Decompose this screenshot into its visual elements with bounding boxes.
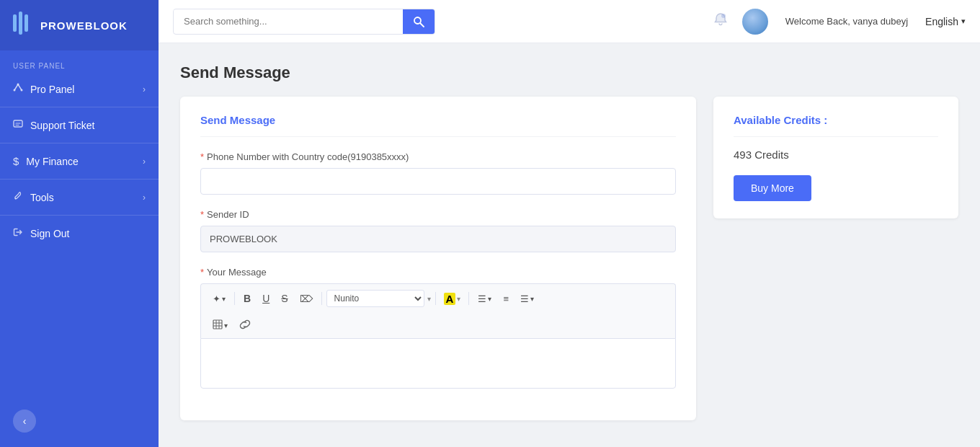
editor-toolbar-row1: ✦ ▾ B U S ⌦ Nunito Arial — [200, 283, 676, 313]
underline-button[interactable]: U — [258, 291, 274, 306]
align-button[interactable]: ☰ ▾ — [516, 291, 538, 306]
page-title: Send Message — [180, 63, 958, 82]
my-finance-chevron: › — [143, 156, 146, 167]
phone-required-star: * — [200, 151, 204, 162]
toolbar-sep-4 — [468, 292, 469, 305]
font-chevron-icon: ▾ — [427, 295, 431, 303]
divider-3 — [0, 179, 159, 180]
search-input[interactable] — [174, 10, 403, 32]
header: Welcome Back, vanya dubeyj English ▾ — [159, 0, 980, 43]
svg-point-10 — [721, 14, 726, 18]
link-button[interactable] — [235, 317, 255, 334]
svg-line-9 — [420, 23, 424, 27]
message-group: * Your Message ✦ ▾ B U S — [200, 267, 676, 389]
sidebar-item-my-finance[interactable]: $ My Finance › — [0, 146, 159, 176]
divider-2 — [0, 143, 159, 143]
user-panel-label: USER PANEL — [0, 50, 159, 74]
phone-group: * Phone Number with Country code(9190385… — [200, 151, 676, 195]
ul-chevron-icon: ▾ — [488, 295, 491, 303]
search-icon — [413, 16, 424, 27]
unordered-list-button[interactable]: ☰ ▾ — [473, 291, 496, 306]
ordered-list-button[interactable]: ≡ — [499, 291, 513, 306]
link-icon — [239, 319, 251, 332]
ordered-list-icon: ≡ — [503, 293, 509, 304]
svg-rect-2 — [24, 14, 28, 32]
unordered-list-icon: ☰ — [478, 293, 486, 304]
message-editor[interactable] — [200, 338, 676, 389]
svg-rect-0 — [13, 14, 17, 32]
phone-input[interactable] — [200, 168, 676, 195]
support-ticket-label: Support Ticket — [30, 120, 95, 131]
sidebar-item-sign-out[interactable]: Sign Out — [0, 218, 159, 248]
editor-toolbar-row2: ▾ — [200, 313, 676, 338]
phone-label: * Phone Number with Country code(9190385… — [200, 151, 676, 162]
toolbar-sep-1 — [234, 292, 235, 305]
logo-text: PROWEBLOOK — [40, 19, 128, 32]
sidebar-item-support-ticket[interactable]: Support Ticket — [0, 110, 159, 140]
table-chevron-icon: ▾ — [224, 322, 228, 329]
message-label: * Your Message — [200, 267, 676, 278]
svg-point-4 — [14, 89, 16, 92]
svg-rect-1 — [19, 12, 22, 35]
tools-label: Tools — [30, 192, 54, 203]
text-color-button[interactable]: A ▾ — [440, 291, 465, 307]
content-area: Send Message Send Message * Phone Number… — [159, 43, 980, 447]
credits-value: 493 Credits — [734, 149, 938, 161]
sidebar-collapse-button[interactable]: ‹ — [13, 410, 36, 433]
color-chevron-icon: ▾ — [457, 295, 460, 303]
welcome-text: Welcome Back, vanya dubeyj — [785, 16, 908, 27]
table-icon — [213, 319, 223, 332]
credits-card: Available Credits : 493 Credits Buy More — [713, 97, 958, 218]
sender-required-star: * — [200, 209, 204, 220]
sender-group: * Sender ID — [200, 209, 676, 252]
sidebar-item-pro-panel[interactable]: Pro Panel › — [0, 74, 159, 104]
strikethrough-button[interactable]: S — [277, 291, 292, 306]
svg-point-5 — [21, 89, 23, 92]
divider-4 — [0, 215, 159, 216]
svg-rect-11 — [213, 320, 222, 329]
toolbar-sep-3 — [435, 292, 436, 305]
font-selector[interactable]: Nunito Arial Times New Roman — [326, 290, 424, 307]
eraser-icon: ⌦ — [300, 293, 313, 304]
sidebar-item-tools[interactable]: Tools › — [0, 182, 159, 212]
sidebar-logo[interactable]: PROWEBLOOK — [0, 0, 159, 50]
search-wrapper — [173, 9, 435, 35]
toolbar-sep-2 — [321, 292, 322, 305]
send-message-card-title: Send Message — [200, 114, 676, 137]
credits-title: Available Credits : — [734, 114, 938, 137]
bold-button[interactable]: B — [239, 291, 255, 306]
avatar — [742, 9, 768, 35]
message-required-star: * — [200, 267, 204, 278]
support-ticket-icon — [13, 119, 23, 131]
magic-chevron-icon: ▾ — [222, 295, 226, 303]
logo-icon — [13, 12, 33, 39]
send-message-card: Send Message * Phone Number with Country… — [180, 97, 696, 420]
divider-1 — [0, 107, 159, 107]
pro-panel-icon — [13, 83, 23, 95]
sender-input[interactable] — [200, 226, 676, 252]
magic-button[interactable]: ✦ ▾ — [208, 291, 230, 306]
language-chevron: ▾ — [961, 17, 966, 26]
language-label: English — [925, 16, 958, 27]
pro-panel-chevron: › — [143, 84, 146, 94]
tools-icon — [13, 191, 23, 203]
svg-point-3 — [17, 84, 19, 86]
my-finance-icon: $ — [13, 155, 19, 167]
tools-chevron: › — [143, 192, 146, 203]
main-area: Welcome Back, vanya dubeyj English ▾ Sen… — [159, 0, 980, 447]
sender-label: * Sender ID — [200, 209, 676, 220]
color-a-icon: A — [444, 293, 456, 305]
search-button[interactable] — [403, 9, 435, 34]
pro-panel-label: Pro Panel — [30, 84, 74, 95]
eraser-button[interactable]: ⌦ — [295, 291, 317, 306]
buy-more-button[interactable]: Buy More — [734, 175, 811, 201]
cards-row: Send Message * Phone Number with Country… — [180, 97, 958, 420]
table-button[interactable]: ▾ — [208, 317, 232, 334]
magic-icon: ✦ — [213, 293, 220, 304]
sidebar: PROWEBLOOK USER PANEL Pro Panel › — [0, 0, 159, 447]
svg-point-7 — [15, 198, 17, 200]
align-chevron-icon: ▾ — [530, 295, 534, 303]
language-selector[interactable]: English ▾ — [925, 16, 966, 27]
sign-out-icon — [13, 227, 23, 239]
bell-icon[interactable] — [713, 12, 728, 30]
